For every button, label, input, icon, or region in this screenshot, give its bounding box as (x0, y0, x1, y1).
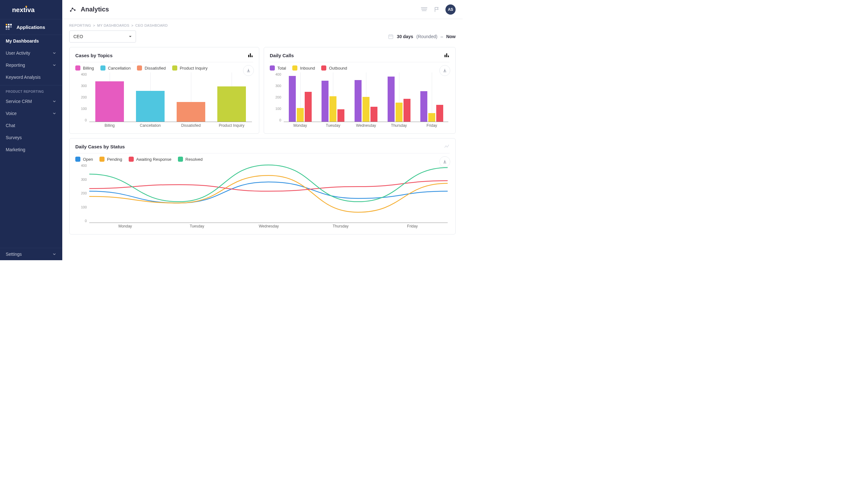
chevron-down-icon (52, 252, 57, 256)
svg-rect-5 (6, 26, 7, 28)
sidebar-item-label: User Activity (6, 51, 30, 56)
topbar: Analytics AS (62, 0, 463, 19)
x-axis-label: Cancellation (130, 123, 170, 130)
card-title: Cases by Topics (75, 53, 113, 58)
sidebar-item-marketing[interactable]: Marketing (0, 144, 62, 156)
svg-rect-7 (10, 26, 12, 28)
legend-label: Billing (83, 66, 94, 70)
sidebar-item-user-activity[interactable]: User Activity (0, 47, 62, 59)
calendar-icon (388, 34, 394, 39)
flag-icon[interactable] (433, 5, 441, 14)
bar[interactable] (136, 91, 164, 122)
time-range[interactable]: 30 days (Rounded) – Now (388, 34, 456, 39)
legend-item-total[interactable]: Total (270, 65, 286, 70)
bar[interactable] (305, 92, 312, 122)
dashboard-select[interactable]: CEO (69, 30, 136, 42)
bar[interactable] (177, 102, 205, 122)
legend-item-pending[interactable]: Pending (99, 157, 122, 162)
legend-item-billing[interactable]: Billing (75, 65, 94, 70)
legend-label: Resolved (186, 157, 203, 162)
bar[interactable] (436, 105, 443, 122)
breadcrumb: REPORTING>MY DASHBOARDS>CEO DASHBOARD (69, 24, 456, 27)
legend-swatch (270, 65, 275, 70)
svg-rect-8 (6, 28, 7, 30)
bar[interactable] (388, 77, 395, 122)
bar[interactable] (354, 80, 362, 122)
range-now: Now (446, 34, 456, 39)
settings-label: Settings (6, 252, 22, 257)
sidebar-item-voice[interactable]: Voice (0, 108, 62, 119)
bar[interactable] (420, 91, 427, 122)
legend-swatch (75, 157, 81, 162)
sidebar-item-label: Chat (6, 123, 15, 128)
legend-label: Cancellation (108, 66, 131, 70)
legend-swatch (178, 157, 183, 162)
sidebar: nextiva Applications My DashboardsUser A… (0, 0, 62, 260)
chevron-down-icon (52, 63, 57, 67)
legend-item-product_inquiry[interactable]: Product Inquiry (172, 65, 208, 70)
sidebar-item-my-dashboards[interactable]: My Dashboards (0, 35, 62, 47)
line-chart-icon[interactable] (444, 144, 450, 149)
brand-logo: nextiva (0, 0, 62, 19)
analytics-icon (69, 6, 76, 13)
x-axis-label: Dissatisfied (170, 123, 211, 130)
svg-rect-18 (446, 53, 447, 57)
legend-label: Pending (107, 157, 122, 162)
bar[interactable] (321, 81, 329, 122)
x-axis-label: Billing (89, 123, 130, 130)
x-axis-label: Tuesday (161, 224, 233, 230)
sidebar-item-surveys[interactable]: Surveys (0, 131, 62, 144)
sidebar-item-keyword-analysis[interactable]: Keyword Analysis (0, 71, 62, 83)
legend-item-inbound[interactable]: Inbound (292, 65, 315, 70)
legend-item-dissatisfied[interactable]: Dissatisfied (137, 65, 165, 70)
legend-item-open[interactable]: Open (75, 157, 93, 162)
sidebar-item-service-crm[interactable]: Service CRM (0, 95, 62, 108)
sidebar-item-chat[interactable]: Chat (0, 119, 62, 131)
svg-rect-17 (444, 55, 445, 58)
bar[interactable] (95, 81, 124, 122)
bar[interactable] (330, 96, 337, 122)
apps-grid-icon (6, 24, 12, 30)
legend-label: Open (83, 157, 93, 162)
line-series-pending[interactable] (89, 175, 448, 212)
queue-icon[interactable] (420, 5, 428, 14)
bar[interactable] (217, 86, 246, 122)
avatar[interactable]: AS (445, 4, 456, 14)
bar[interactable] (363, 97, 370, 122)
legend-item-outbound[interactable]: Outbound (321, 65, 347, 70)
sidebar-item-label: My Dashboards (6, 38, 39, 43)
bar[interactable] (289, 76, 296, 122)
chevron-down-icon (52, 99, 57, 103)
legend-swatch (137, 65, 142, 70)
legend-label: Product Inquiry (180, 66, 208, 70)
bar-chart-icon[interactable] (444, 53, 450, 58)
applications-button[interactable]: Applications (0, 19, 62, 35)
bar[interactable] (428, 113, 435, 122)
legend-item-cancellation[interactable]: Cancellation (100, 65, 131, 70)
sidebar-item-label: Surveys (6, 135, 22, 140)
svg-rect-14 (248, 55, 249, 58)
sidebar-item-label: Voice (6, 111, 17, 116)
legend-label: Inbound (300, 66, 315, 70)
sidebar-item-label: Marketing (6, 147, 25, 152)
sidebar-item-reporting[interactable]: Reporting (0, 59, 62, 71)
legend-item-resolved[interactable]: Resolved (178, 157, 203, 162)
bar[interactable] (396, 102, 403, 122)
sidebar-item-settings[interactable]: Settings (0, 248, 62, 260)
bar[interactable] (403, 99, 410, 122)
dashboard-select-value: CEO (73, 34, 83, 39)
x-axis-label: Wednesday (233, 224, 305, 230)
legend-item-awaiting[interactable]: Awaiting Response (129, 157, 172, 162)
bar[interactable] (337, 109, 344, 122)
bar-chart-icon[interactable] (248, 53, 253, 58)
bar[interactable] (370, 107, 377, 122)
card-title: Daily Cases by Status (75, 144, 125, 149)
svg-rect-9 (8, 28, 9, 30)
chevron-down-icon (52, 51, 57, 55)
x-axis-label: Wednesday (349, 123, 382, 130)
caret-down-icon (129, 35, 132, 38)
svg-rect-6 (8, 26, 9, 28)
bar[interactable] (297, 108, 304, 122)
svg-rect-19 (448, 56, 449, 57)
sidebar-item-label: Service CRM (6, 99, 32, 104)
